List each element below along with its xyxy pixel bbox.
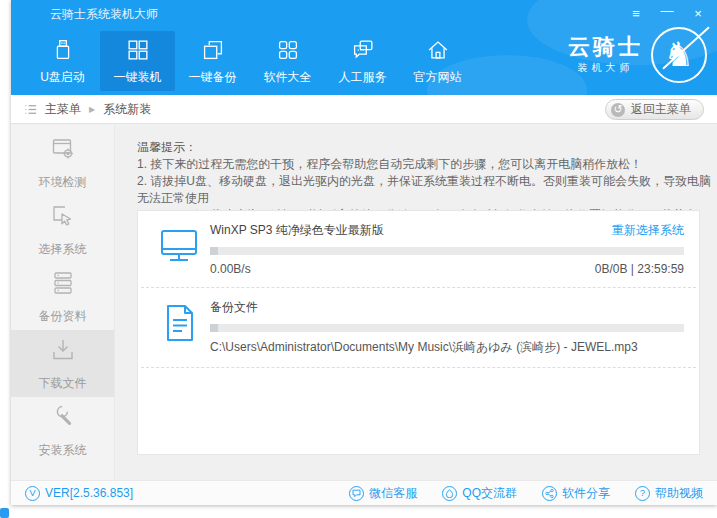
download-icon (48, 335, 78, 368)
system-progress-bar (210, 247, 684, 255)
backup-title: 备份文件 (210, 299, 258, 316)
status-bar: V VER[2.5.36.853] 微信客服 QQ交流群 (11, 480, 717, 505)
version-icon: V (25, 486, 40, 501)
breadcrumb-main-menu[interactable]: 主菜单 (45, 101, 81, 118)
divider (141, 367, 696, 368)
nav-item-manual-service[interactable]: 人工服务 (325, 31, 400, 91)
download-item-system: WinXP SP3 纯净绿色专业最新版 重新选择系统 0.00B/s 0B/0B… (138, 211, 699, 276)
header: 云骑士系统装机大师 ≡ — × U盘启动 (11, 0, 717, 95)
software-share-link[interactable]: 软件分享 (542, 485, 610, 502)
share-icon (542, 486, 557, 501)
window-controls: ≡ — × (629, 0, 705, 28)
list-icon (23, 102, 38, 117)
brand-name: 云骑士 (568, 35, 643, 59)
step-sidebar: 环境检测 选择系统 (11, 125, 115, 480)
knight-logo-icon: ♞ (651, 27, 707, 83)
minimize-icon[interactable]: — (660, 4, 674, 18)
wechat-icon (349, 486, 364, 501)
back-arrow-icon: ↺ (611, 103, 625, 117)
wrench-icon (48, 402, 78, 435)
home-icon (424, 36, 452, 64)
monitor-icon (148, 222, 210, 276)
system-name: WinXP SP3 纯净绿色专业最新版 (210, 222, 384, 239)
install-grid-icon (124, 36, 152, 64)
main-panel: 温馨提示： 1. 接下来的过程无需您的干预，程序会帮助您自动完成剩下的步骤，您可… (115, 125, 717, 480)
backup-file-path: C:\Users\Administrator\Documents\My Musi… (210, 339, 684, 356)
titlebar: 云骑士系统装机大师 ≡ — × (11, 0, 717, 28)
usb-icon (49, 36, 77, 64)
nav-item-one-key-install[interactable]: 一键装机 (100, 31, 175, 91)
chat-service-icon (349, 36, 377, 64)
brand-subtitle: 装机大师 (568, 61, 643, 75)
env-check-icon (48, 134, 78, 167)
sidebar-item-download-files[interactable]: 下载文件 (11, 330, 114, 397)
app-window: 云骑士系统装机大师 ≡ — × U盘启动 (11, 0, 717, 505)
breadcrumb: 主菜单 ▶ 系统新装 ↺ 返回主菜单 (11, 95, 717, 124)
copy-backup-icon (199, 36, 227, 64)
return-main-menu-button[interactable]: ↺ 返回主菜单 (605, 99, 704, 120)
download-size-time: 0B/0B | 23:59:59 (595, 262, 684, 276)
help-icon: ? (635, 486, 650, 501)
brand-logo: 云骑士 装机大师 ♞ (568, 27, 707, 83)
download-item-backup: 备份文件 C:\Users\Administrator\Documents\My… (138, 288, 699, 356)
backup-data-icon (48, 268, 78, 301)
reselect-system-link[interactable]: 重新选择系统 (612, 222, 684, 239)
backup-progress-bar (210, 324, 684, 332)
download-speed: 0.00B/s (210, 262, 251, 276)
apps-icon (274, 36, 302, 64)
nav-item-usb-boot[interactable]: U盘启动 (25, 31, 100, 91)
nav-item-one-key-backup[interactable]: 一键备份 (175, 31, 250, 91)
select-system-icon (48, 201, 78, 234)
desktop-artifact (0, 508, 9, 518)
footer-links: 微信客服 QQ交流群 软件分享 ? (349, 485, 703, 502)
nav-item-official-site[interactable]: 官方网站 (400, 31, 475, 91)
tips-line: 1. 接下来的过程无需您的干预，程序会帮助您自动完成剩下的步骤，您可以离开电脑稍… (137, 156, 717, 173)
wechat-service-link[interactable]: 微信客服 (349, 485, 417, 502)
sidebar-item-install-system[interactable]: 安装系统 (11, 397, 114, 464)
tips-title: 温馨提示： (137, 139, 717, 156)
qq-icon (442, 486, 457, 501)
breadcrumb-current-page: 系统新装 (103, 101, 151, 118)
qq-group-link[interactable]: QQ交流群 (442, 485, 517, 502)
nav-item-software-center[interactable]: 软件大全 (250, 31, 325, 91)
tips-line: 2. 请拔掉U盘、移动硬盘，退出光驱内的光盘，并保证系统重装过程不断电。否则重装… (137, 173, 717, 207)
help-video-link[interactable]: ? 帮助视频 (635, 485, 703, 502)
sidebar-item-env-check[interactable]: 环境检测 (11, 129, 114, 196)
sidebar-item-select-system[interactable]: 选择系统 (11, 196, 114, 263)
file-icon (148, 299, 210, 356)
download-card: WinXP SP3 纯净绿色专业最新版 重新选择系统 0.00B/s 0B/0B… (137, 210, 700, 455)
top-nav: U盘启动 一键装机 一键备份 (25, 31, 475, 91)
sidebar-item-backup-data[interactable]: 备份资料 (11, 263, 114, 330)
version-label: V VER[2.5.36.853] (25, 486, 133, 501)
close-icon[interactable]: × (691, 7, 705, 21)
menu-icon[interactable]: ≡ (629, 7, 643, 21)
chevron-right-icon: ▶ (89, 105, 95, 114)
window-title: 云骑士系统装机大师 (50, 6, 158, 23)
